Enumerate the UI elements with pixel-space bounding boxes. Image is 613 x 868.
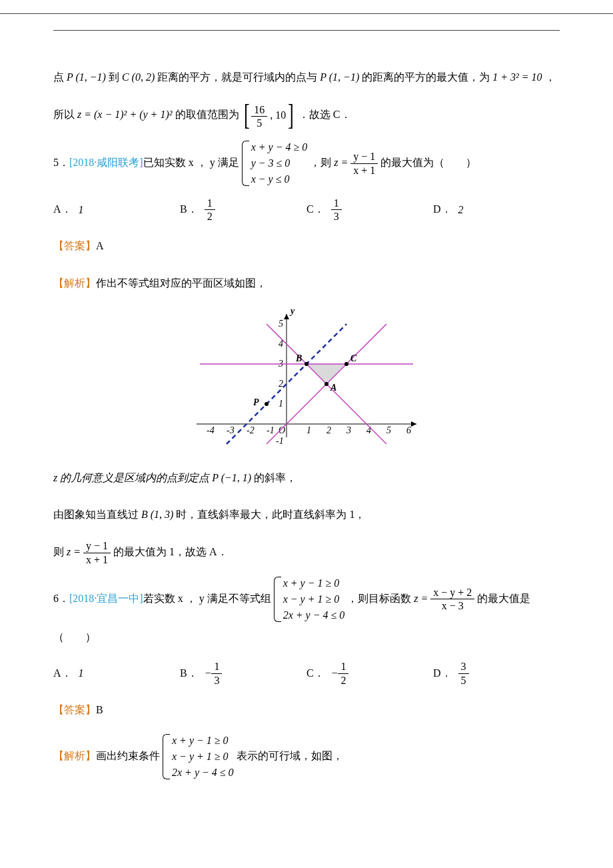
denominator: 2 [338, 674, 348, 687]
point-c: C (0, 2) [122, 71, 155, 83]
tick-label: -4 [207, 425, 215, 435]
tick-label: 3 [346, 425, 351, 435]
tick-label: 6 [406, 425, 411, 435]
text: 则 [53, 546, 67, 557]
question-5-options: A．1 B．12 C．13 D．2 [53, 197, 560, 223]
option-sign: − [331, 667, 338, 679]
option-b: B．12 [180, 197, 306, 223]
question-6-options: A．1 B．−13 C．−12 D．35 [53, 660, 560, 686]
point-p: P (1, −1) [67, 71, 106, 83]
z-fraction: y − 1x + 1 [350, 150, 378, 176]
explain-text: 作出不等式组对应的平面区域如图， [96, 277, 267, 289]
answer-label: 【答案】 [53, 704, 96, 715]
text: 画出约束条件 [96, 750, 163, 761]
question-number: 5． [53, 157, 69, 168]
question-source: [2018·宜昌一中] [69, 593, 143, 604]
y-axis-arrow [284, 314, 289, 319]
question-text: 已知实数 x ， y 满足 [143, 157, 242, 168]
denominator: 5 [251, 117, 267, 129]
constraints-brace: x + y − 4 ≥ 0 y − 3 ≤ 0 x − y ≤ 0 [242, 139, 308, 187]
answer-label: 【答案】 [53, 240, 96, 251]
explain-label: 【解析】 [53, 750, 96, 761]
tick-label: -1 [276, 436, 284, 446]
point-b: B (1, 3) [141, 509, 173, 520]
z-fraction: y − 1x + 1 [83, 539, 111, 565]
text: 所以 [53, 109, 77, 120]
text: 的斜率， [254, 472, 297, 483]
constraint: x + y − 1 ≥ 0 [283, 575, 345, 591]
option-label: C． [306, 667, 324, 681]
prev-solution-line1: 点 P (1, −1) 到 C (0, 2) 距离的平方，就是可行域内的点与 P… [53, 63, 560, 91]
option-label: D． [433, 667, 452, 681]
text: 的最大值为 1，故选 A． [113, 546, 228, 557]
text: 由图象知当直线过 [53, 509, 141, 520]
option-d: D．35 [433, 660, 560, 686]
numerator: y − 1 [83, 539, 111, 553]
option-label: B． [180, 667, 198, 681]
question-5-diagram: x y O -4 -3 -2 -1 1 2 3 4 5 6 [53, 307, 560, 454]
denominator: 3 [211, 674, 222, 687]
text: 距离的平方，就是可行域内的点与 [157, 71, 320, 83]
explain-label: 【解析】 [53, 277, 96, 289]
question-5-explain-2: z 的几何意义是区域内的点到定点 P (−1, 1) 的斜率， [53, 464, 560, 492]
option-label: A． [53, 203, 72, 217]
question-5-explain-1: 【解析】作出不等式组对应的平面区域如图， [53, 269, 560, 297]
option-value: 2 [458, 204, 464, 216]
numerator: 1 [211, 660, 222, 673]
question-5: 5．[2018·咸阳联考]已知实数 x ， y 满足 x + y − 4 ≥ 0… [53, 139, 560, 187]
point-a [324, 382, 328, 386]
constraint: y − 3 ≤ 0 [251, 155, 308, 171]
constraint: x + y − 4 ≥ 0 [251, 139, 308, 155]
text: ．故选 C． [299, 109, 351, 120]
constraint: x + y − 1 ≥ 0 [172, 733, 234, 749]
numerator: 1 [338, 660, 348, 673]
text: 的距离的平方的最大值，为 [362, 71, 492, 83]
numerator: 16 [251, 103, 267, 117]
point-a-label: A [330, 383, 336, 393]
denominator: 2 [205, 210, 215, 223]
tick-label: 5 [386, 425, 391, 435]
text: 的取值范围为 [175, 109, 242, 120]
point-c [344, 362, 348, 366]
x-axis-arrow [411, 421, 416, 427]
constraint: x − y + 1 ≥ 0 [283, 591, 345, 607]
option-d: D．2 [433, 197, 560, 223]
question-6-explain-1: 【解析】画出约束条件 x + y − 1 ≥ 0 x − y + 1 ≥ 0 2… [53, 733, 560, 781]
option-value: 1 [79, 667, 84, 679]
z-expression: z = (x − 1)² + (y + 1)² [77, 109, 173, 120]
text: ，则 [310, 157, 334, 168]
text: 表示的可行域，如图， [237, 750, 343, 761]
text: ， [545, 71, 556, 83]
y-axis-label: y [289, 307, 295, 316]
point-b [305, 362, 308, 366]
constraint: 2x + y − 4 ≤ 0 [283, 607, 345, 623]
tick-label: 1 [306, 425, 311, 435]
constraints-brace: x + y − 1 ≥ 0 x − y + 1 ≥ 0 2x + y − 4 ≤… [274, 575, 345, 623]
option-a: A．1 [53, 197, 180, 223]
option-sign: − [205, 667, 212, 679]
interval-hi: 10 [275, 109, 286, 121]
point-p: P (1, −1) [320, 71, 359, 83]
option-label: D． [433, 203, 452, 217]
constraint: 2x + y − 4 ≤ 0 [172, 765, 234, 781]
tick-label: 1 [279, 399, 283, 409]
question-tail: 的最大值为（ ） [380, 157, 476, 168]
text: ，则目标函数 [347, 593, 414, 604]
point-c-label: C [350, 353, 357, 363]
question-6: 6．[2018·宜昌一中]若实数 x ， y 满足不等式组 x + y − 1 … [53, 575, 560, 651]
numerator: 3 [458, 660, 469, 673]
question-text: 若实数 x ， y 满足不等式组 [143, 593, 274, 604]
z-equals: z = [414, 593, 430, 604]
denominator: 5 [458, 674, 469, 687]
page: 点 P (1, −1) 到 C (0, 2) 距离的平方，就是可行域内的点与 P… [0, 13, 613, 817]
option-value: 1 [79, 204, 84, 216]
constraints-brace: x + y − 1 ≥ 0 x − y + 1 ≥ 0 2x + y − 4 ≤… [163, 733, 234, 781]
denominator: x + 1 [350, 164, 378, 177]
denominator: x + 1 [83, 553, 111, 566]
tick-label: -1 [267, 425, 275, 435]
interval: [ 165 , 10 ] [242, 101, 296, 130]
prev-solution-line2: 所以 z = (x − 1)² + (y + 1)² 的取值范围为 [ 165 … [53, 101, 560, 130]
question-6-answer: 【答案】B [53, 696, 560, 724]
answer-value: B [96, 704, 103, 715]
x-ticks: -4 -3 -2 -1 1 2 3 4 5 6 [207, 425, 411, 435]
